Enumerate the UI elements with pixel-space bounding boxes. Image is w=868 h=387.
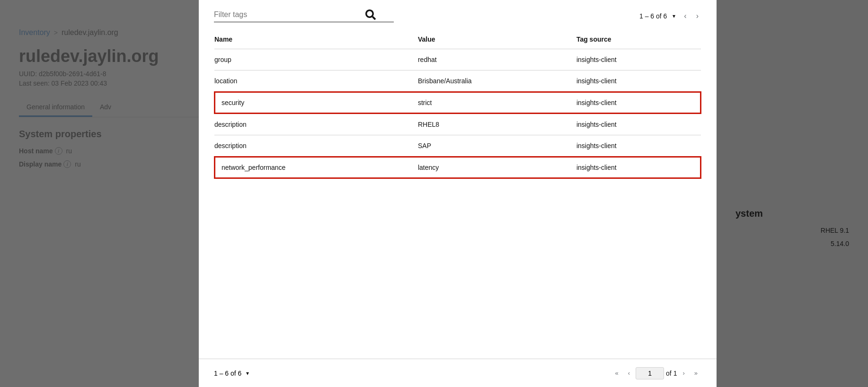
tag-name-cell: group [214,49,418,70]
search-button[interactable] [365,9,376,20]
search-icon [365,9,376,20]
tag-value-cell: redhat [418,49,576,70]
tag-value-cell: SAP [418,135,576,157]
footer-last-page-btn[interactable]: » [691,367,701,379]
footer-next-btn[interactable]: › [679,367,688,379]
tag-name-cell: description [214,135,418,157]
filter-input-wrapper [214,9,394,22]
footer-first-page-btn[interactable]: « [611,367,622,379]
tag-source-cell: insights-client [576,157,701,178]
modal-filter-bar: 1 – 6 of 6 ▾ ‹ › [199,0,717,30]
tag-source-cell: insights-client [576,114,701,135]
table-row: groupredhatinsights-client [214,49,701,70]
footer-prev-btn[interactable]: ‹ [624,367,634,379]
col-value: Value [418,30,576,49]
table-header: Name Value Tag source [214,30,701,49]
tag-name-cell: network_performance [214,157,418,178]
tag-value-cell: latency [418,157,576,178]
top-pagination-info: 1 – 6 of 6 ▾ ‹ › [639,10,701,22]
footer-pagination-count: 1 – 6 of 6 ▾ [214,369,251,378]
footer-nav-group: « ‹ of 1 › » [611,367,701,379]
table-row: network_performancelatencyinsights-clien… [214,157,701,178]
tag-value-cell: RHEL8 [418,114,576,135]
top-prev-arrow[interactable]: ‹ [681,10,689,22]
modal-footer: 1 – 6 of 6 ▾ « ‹ of 1 › » [199,359,717,387]
tag-value-cell: Brisbane/Australia [418,70,576,92]
top-next-arrow[interactable]: › [693,10,701,22]
tag-name-cell: location [214,70,418,92]
tag-name-cell: description [214,114,418,135]
modal-table: Name Value Tag source groupredhatinsight… [199,30,717,359]
table-row: securitystrictinsights-client [214,92,701,114]
filter-tags-input[interactable] [214,10,365,19]
footer-pagination-dropdown[interactable]: ▾ [244,369,251,378]
table-body: groupredhatinsights-clientlocationBrisba… [214,49,701,179]
tag-source-cell: insights-client [576,49,701,70]
col-tag-source: Tag source [576,30,701,49]
table-row: locationBrisbane/Australiainsights-clien… [214,70,701,92]
top-pagination-count: 1 – 6 of 6 [639,12,667,20]
tag-source-cell: insights-client [576,70,701,92]
tag-source-cell: insights-client [576,135,701,157]
table-row: descriptionSAPinsights-client [214,135,701,157]
modal-panel: 1 – 6 of 6 ▾ ‹ › Name Value Tag source g… [199,0,717,387]
col-name: Name [214,30,418,49]
footer-page-input[interactable] [636,367,664,379]
tag-name-cell: security [214,92,418,114]
tags-table: Name Value Tag source groupredhatinsight… [214,30,701,179]
tag-value-cell: strict [418,92,576,114]
tag-source-cell: insights-client [576,92,701,114]
table-row: descriptionRHEL8insights-client [214,114,701,135]
footer-pagination-label: 1 – 6 of 6 [214,369,241,377]
top-pagination-dropdown[interactable]: ▾ [671,12,677,20]
footer-of-label: of 1 [666,369,677,377]
